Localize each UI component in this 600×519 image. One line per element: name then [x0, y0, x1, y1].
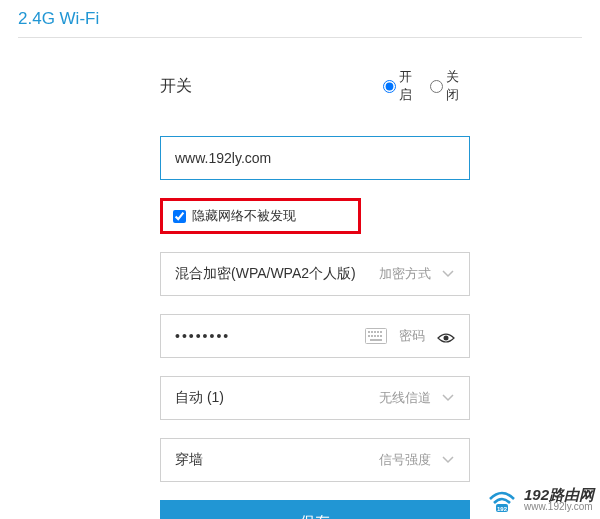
radio-on[interactable]: 开启 — [383, 68, 423, 104]
eye-icon[interactable] — [437, 330, 455, 342]
encryption-field: 混合加密(WPA/WPA2个人版) 加密方式 — [160, 252, 470, 296]
switch-label: 开关 — [160, 76, 383, 97]
chevron-down-icon — [441, 453, 455, 467]
switch-radio-group: 开启 关闭 — [383, 68, 470, 104]
svg-rect-8 — [374, 335, 376, 337]
radio-off-label: 关闭 — [446, 68, 470, 104]
watermark-brand: 192路由网 — [524, 487, 594, 502]
signal-label: 信号强度 — [379, 451, 431, 469]
chevron-down-icon — [441, 391, 455, 405]
encryption-right: 加密方式 — [379, 265, 455, 283]
svg-point-12 — [444, 336, 449, 341]
password-value: •••••••• — [175, 328, 365, 344]
watermark: 192 192路由网 www.192ly.com — [486, 485, 594, 513]
svg-rect-6 — [368, 335, 370, 337]
password-label: 密码 — [399, 327, 425, 345]
svg-rect-3 — [374, 331, 376, 333]
signal-dropdown[interactable]: 穿墙 信号强度 — [160, 438, 470, 482]
chevron-down-icon — [441, 267, 455, 281]
svg-rect-2 — [371, 331, 373, 333]
signal-right: 信号强度 — [379, 451, 455, 469]
hide-network-input[interactable] — [173, 210, 186, 223]
channel-label: 无线信道 — [379, 389, 431, 407]
password-icons: 密码 — [365, 327, 455, 345]
wifi-form: 开关 开启 关闭 隐藏网络不被发现 混合加密(WPA/WPA2个人版) — [0, 38, 470, 519]
channel-right: 无线信道 — [379, 389, 455, 407]
wifi-icon: 192 — [486, 485, 518, 513]
password-field: •••••••• 密码 — [160, 314, 470, 358]
svg-rect-10 — [380, 335, 382, 337]
save-button[interactable]: 保存 — [160, 500, 470, 519]
radio-on-label: 开启 — [399, 68, 423, 104]
hide-network-label: 隐藏网络不被发现 — [192, 207, 296, 225]
ssid-field — [160, 136, 470, 180]
encryption-dropdown[interactable]: 混合加密(WPA/WPA2个人版) 加密方式 — [160, 252, 470, 296]
svg-rect-11 — [370, 339, 382, 341]
svg-rect-5 — [380, 331, 382, 333]
radio-on-input[interactable] — [383, 80, 396, 93]
channel-dropdown[interactable]: 自动 (1) 无线信道 — [160, 376, 470, 420]
hide-network-checkbox[interactable]: 隐藏网络不被发现 — [173, 207, 296, 225]
password-input-wrap[interactable]: •••••••• 密码 — [160, 314, 470, 358]
radio-off-input[interactable] — [430, 80, 443, 93]
page-title: 2.4G Wi-Fi — [0, 0, 600, 37]
svg-rect-7 — [371, 335, 373, 337]
svg-rect-1 — [368, 331, 370, 333]
radio-off[interactable]: 关闭 — [430, 68, 470, 104]
hide-network-wrap: 隐藏网络不被发现 — [160, 198, 470, 234]
svg-rect-9 — [377, 335, 379, 337]
watermark-url: www.192ly.com — [524, 502, 594, 512]
encryption-value: 混合加密(WPA/WPA2个人版) — [175, 265, 356, 283]
ssid-input[interactable] — [160, 136, 470, 180]
highlight-box: 隐藏网络不被发现 — [160, 198, 361, 234]
channel-value: 自动 (1) — [175, 389, 224, 407]
switch-row: 开关 开启 关闭 — [160, 68, 470, 104]
watermark-text: 192路由网 www.192ly.com — [524, 487, 594, 512]
svg-text:192: 192 — [497, 506, 508, 512]
signal-value: 穿墙 — [175, 451, 203, 469]
svg-rect-4 — [377, 331, 379, 333]
keyboard-icon[interactable] — [365, 328, 387, 344]
signal-field: 穿墙 信号强度 — [160, 438, 470, 482]
encryption-label: 加密方式 — [379, 265, 431, 283]
channel-field: 自动 (1) 无线信道 — [160, 376, 470, 420]
